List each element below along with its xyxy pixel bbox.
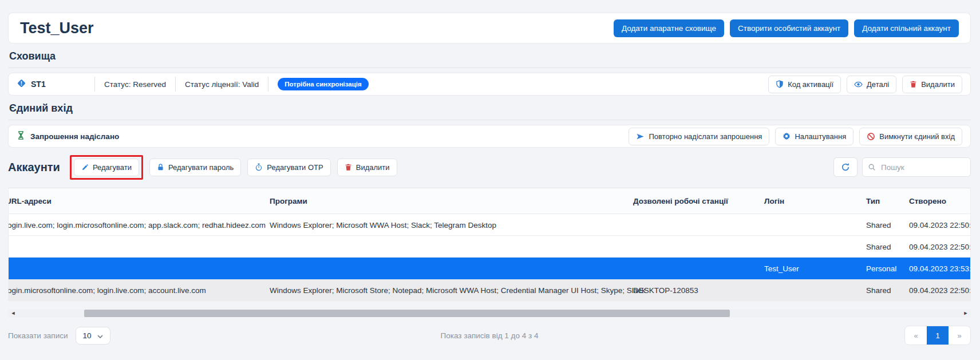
storage-actions: Код активації Деталі Видалити (768, 76, 962, 93)
send-icon (636, 132, 645, 141)
sso-status-text: Запрошення надіслано (30, 132, 119, 141)
scrollbar-thumb[interactable] (84, 310, 730, 317)
resend-invitation-label: Повторно надіслати запрошення (649, 132, 762, 141)
table-header-row: URL-адреси Програми Дозволені робочі ста… (9, 188, 970, 214)
hourglass-icon (17, 131, 25, 141)
scroll-left-arrow-icon[interactable]: ◄ (8, 309, 18, 318)
edit-account-button[interactable]: Редагувати (74, 159, 139, 176)
cell-created: 09.04.2023 23:53:45 (909, 264, 971, 272)
lock-icon (157, 163, 164, 171)
search-icon (868, 163, 876, 171)
cell-programs: Windows Explorer; Microsoft Store; Notep… (270, 286, 646, 294)
accounts-section-title: Аккаунти (8, 161, 60, 174)
col-header-type[interactable]: Тип (866, 197, 880, 205)
col-header-login[interactable]: Логін (764, 197, 784, 205)
table-row[interactable]: login.microsoftonline.com; login.live.co… (9, 279, 970, 301)
delete-storage-label: Видалити (921, 80, 955, 89)
cell-urls: login.microsoftonline.com; login.live.co… (8, 286, 206, 294)
table-row[interactable]: login.live.com; login.microsoftonline.co… (9, 214, 970, 236)
edit-otp-label: Редагувати OTP (267, 163, 323, 172)
red-annotation-box: Редагувати (70, 155, 143, 180)
cell-created: 09.04.2023 22:50:32 (909, 220, 971, 229)
page-size-value: 10 (83, 331, 92, 340)
refresh-icon (841, 163, 850, 172)
records-info: Показ записів від 1 до 4 з 4 (441, 331, 539, 340)
table-row[interactable]: Shared 09.04.2023 22:50:44 (9, 236, 970, 258)
details-button[interactable]: Деталі (847, 76, 896, 93)
col-header-programs[interactable]: Програми (270, 197, 307, 205)
sso-settings-button[interactable]: Налаштування (775, 128, 853, 145)
trash-icon (910, 80, 917, 88)
header-card: Test_User Додати апаратне сховище Створи… (8, 13, 971, 43)
storage-row: ST1 Статус: Reserved Статус ліцензії: Va… (8, 73, 971, 96)
divider (94, 77, 95, 92)
page-size-select[interactable]: 10 (76, 327, 110, 345)
add-hardware-storage-button[interactable]: Додати апаратне сховище (614, 19, 724, 37)
delete-storage-button[interactable]: Видалити (902, 76, 962, 93)
refresh-button[interactable] (833, 157, 858, 177)
col-header-urls[interactable]: URL-адреси (8, 197, 52, 205)
eye-icon (854, 80, 863, 89)
prev-page-button[interactable]: « (905, 326, 927, 345)
sync-needed-badge: Потрібна синхронізація (278, 78, 368, 90)
page: Test_User Додати апаратне сховище Створи… (0, 0, 980, 345)
storage-name-group: ST1 (17, 78, 85, 90)
chevron-down-icon (97, 331, 103, 340)
divider (175, 77, 176, 92)
activation-code-button[interactable]: Код активації (768, 76, 841, 93)
horizontal-scrollbar: ◄ ► (8, 309, 971, 318)
cell-workstations: DESKTOP-120853 (633, 286, 698, 294)
disable-sso-button[interactable]: Вимкнути єдиний вхід (859, 128, 962, 145)
trash-icon (345, 163, 352, 171)
current-page-button[interactable]: 1 (927, 326, 949, 345)
storage-name: ST1 (31, 80, 46, 89)
edit-password-button[interactable]: Редагувати пароль (149, 159, 241, 176)
col-header-workstations[interactable]: Дозволені робочі станції (633, 197, 728, 205)
stopwatch-icon (255, 163, 263, 171)
cell-type: Shared (866, 220, 891, 229)
sso-actions: Повторно надіслати запрошення Налаштуван… (629, 128, 962, 145)
pagination: « 1 » (904, 326, 971, 345)
details-label: Деталі (867, 80, 889, 89)
table-footer: Показати записи 10 Показ записів від 1 д… (8, 326, 971, 345)
search-input[interactable] (862, 157, 971, 177)
col-header-created[interactable]: Створено (909, 197, 946, 205)
accounts-table: URL-адреси Програми Дозволені робочі ста… (8, 188, 971, 301)
sso-section-title: Єдиний вхід (8, 102, 971, 120)
edit-account-label: Редагувати (93, 163, 132, 172)
cell-type: Personal (866, 264, 896, 272)
scrollbar-track[interactable] (18, 309, 961, 318)
search-box (862, 157, 971, 177)
cell-type: Shared (866, 242, 891, 251)
scroll-right-arrow-icon[interactable]: ► (961, 309, 971, 318)
storage-diamond-icon (17, 78, 26, 90)
accounts-toolbar-right (833, 157, 971, 177)
cell-created: 09.04.2023 22:50:36 (909, 286, 971, 294)
activation-code-label: Код активації (788, 80, 833, 89)
page-size-label: Показати записи (8, 331, 68, 340)
edit-otp-button[interactable]: Редагувати OTP (247, 159, 330, 176)
header-actions: Додати апаратне сховище Створити особист… (614, 19, 959, 37)
storage-status: Статус: Reserved (104, 80, 166, 89)
storages-section-title: Сховища (8, 50, 971, 68)
delete-account-button[interactable]: Видалити (337, 159, 397, 176)
shield-icon (776, 80, 784, 88)
storage-license-status: Статус ліцензії: Valid (185, 80, 259, 89)
cell-programs: Windows Explorer; Microsoft WWA Host; Sl… (270, 220, 496, 229)
sso-row: Запрошення надіслано Повторно надіслати … (8, 125, 971, 148)
accounts-toolbar: Аккаунти Редагувати Редагувати пароль Ре… (8, 156, 971, 179)
cell-type: Shared (866, 286, 891, 294)
create-personal-account-button[interactable]: Створити особистий аккаунт (730, 19, 848, 37)
page-size-group: Показати записи 10 (8, 327, 110, 345)
storage-info: ST1 Статус: Reserved Статус ліцензії: Va… (17, 77, 369, 92)
divider (268, 77, 268, 92)
page-title: Test_User (20, 19, 94, 37)
sso-settings-label: Налаштування (795, 132, 846, 141)
add-shared-account-button[interactable]: Додати спільний аккаунт (854, 19, 959, 37)
delete-account-label: Видалити (356, 163, 390, 172)
gear-icon (783, 132, 791, 140)
table-row-selected[interactable]: Test_User Personal 09.04.2023 23:53:45 (9, 258, 970, 279)
ban-icon (867, 132, 875, 141)
next-page-button[interactable]: » (949, 326, 970, 345)
resend-invitation-button[interactable]: Повторно надіслати запрошення (629, 128, 769, 145)
